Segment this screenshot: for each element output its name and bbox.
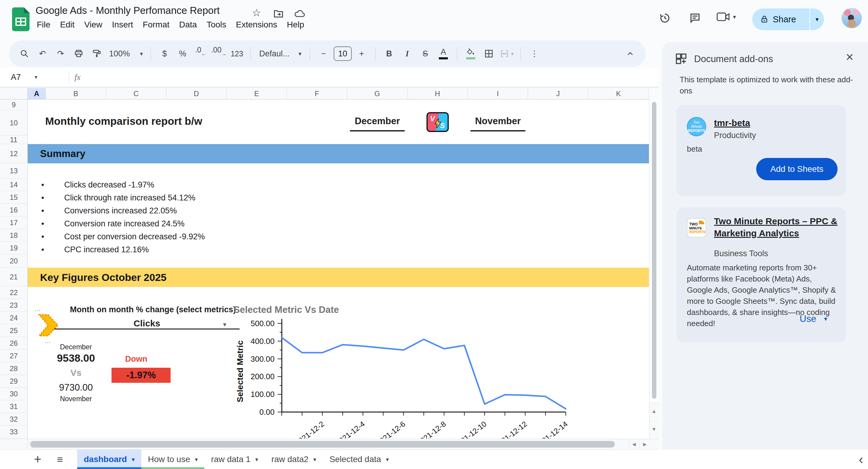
sheets-logo-icon[interactable] xyxy=(12,7,30,31)
chevron-down-icon[interactable]: ▾ xyxy=(223,321,226,329)
more-options-icon[interactable]: ⋮ xyxy=(526,45,542,62)
chevron-down-icon[interactable]: ▾ xyxy=(132,456,135,463)
decrease-decimals-button[interactable]: .0← xyxy=(193,45,209,62)
share-button[interactable]: Share ▾ xyxy=(752,8,824,30)
redo-button[interactable]: ↷ xyxy=(53,45,69,62)
chevron-down-icon[interactable]: ▾ xyxy=(313,456,316,463)
menu-view[interactable]: View xyxy=(79,18,107,31)
addon-name-link[interactable]: tmr-beta xyxy=(714,117,756,129)
menu-data[interactable]: Data xyxy=(174,18,202,31)
video-call-icon[interactable]: ▾ xyxy=(717,12,736,22)
column-header-a[interactable]: A xyxy=(28,88,46,99)
format-currency-button[interactable]: $ xyxy=(156,45,173,62)
row-header-19[interactable]: 19 xyxy=(0,242,27,254)
folder-move-icon[interactable] xyxy=(273,8,284,19)
column-header-b[interactable]: B xyxy=(46,88,106,99)
star-icon[interactable]: ☆ xyxy=(252,7,261,19)
menu-format[interactable]: Format xyxy=(138,18,175,31)
column-header-f[interactable]: F xyxy=(287,88,347,99)
row-header-30[interactable]: 30 xyxy=(0,387,27,400)
tab-raw-data2[interactable]: raw data2▾ xyxy=(265,450,323,469)
italic-button[interactable]: I xyxy=(399,45,415,62)
zoom-select[interactable]: 100%▾ xyxy=(107,45,145,62)
row-header-11[interactable]: 11 xyxy=(0,136,27,144)
menu-tools[interactable]: Tools xyxy=(202,18,231,31)
chevron-left-icon[interactable]: ‹ xyxy=(859,453,863,465)
text-color-button[interactable]: A xyxy=(435,45,452,62)
use-button[interactable]: Use ▾ xyxy=(800,313,827,324)
line-chart[interactable]: 0.00100.00200.00300.00400.00500.00 2021-… xyxy=(232,302,636,439)
row-header-9[interactable]: 9 xyxy=(0,99,27,110)
row-header-13[interactable]: 13 xyxy=(0,163,27,179)
select-all-corner[interactable] xyxy=(0,88,28,99)
scroll-up-button[interactable]: ▲ xyxy=(650,402,658,420)
column-header-j[interactable]: J xyxy=(528,88,588,99)
print-button[interactable] xyxy=(70,45,87,62)
scroll-left-button[interactable]: ◀ xyxy=(629,439,639,449)
merge-cells-button[interactable]: ▾ xyxy=(499,45,515,62)
column-header-g[interactable]: G xyxy=(347,88,407,99)
row-header-24[interactable]: 24 xyxy=(0,312,27,324)
format-percent-button[interactable]: % xyxy=(175,45,191,62)
more-formats-button[interactable]: 123 xyxy=(229,45,245,62)
hide-menus-button[interactable] xyxy=(622,45,638,62)
font-size-input[interactable]: 10 xyxy=(334,46,352,61)
row-header-14[interactable]: 14 xyxy=(0,179,27,191)
row-header-27[interactable]: 27 xyxy=(0,350,27,362)
spreadsheet-canvas[interactable]: Monthly comparison report b/w December V… xyxy=(28,99,649,439)
search-icon[interactable] xyxy=(16,45,33,62)
row-header-12[interactable]: 12 xyxy=(0,144,27,163)
increase-decimals-button[interactable]: .00→ xyxy=(211,45,227,62)
chevron-down-icon[interactable]: ▾ xyxy=(195,456,198,463)
tab-raw-data-1[interactable]: raw data 1▾ xyxy=(204,450,265,469)
chevron-down-icon[interactable]: ▾ xyxy=(255,456,258,463)
menu-edit[interactable]: Edit xyxy=(55,18,79,31)
menu-file[interactable]: File xyxy=(32,18,55,31)
cloud-saved-icon[interactable] xyxy=(294,9,306,18)
row-header-28[interactable]: 28 xyxy=(0,362,27,375)
chevron-down-icon[interactable]: ▾ xyxy=(386,456,389,463)
paint-format-button[interactable] xyxy=(89,45,105,62)
increase-font-size-button[interactable]: + xyxy=(353,45,370,62)
close-icon[interactable]: × xyxy=(846,50,854,64)
row-header-17[interactable]: 17 xyxy=(0,216,27,229)
column-header-d[interactable]: D xyxy=(166,88,227,99)
all-sheets-menu-icon[interactable]: ≡ xyxy=(53,454,67,465)
borders-button[interactable] xyxy=(481,45,497,62)
font-select[interactable]: Defaul...▾ xyxy=(256,45,304,62)
row-header-33[interactable]: 33 xyxy=(0,426,27,438)
fill-color-button[interactable] xyxy=(463,45,479,62)
comments-icon[interactable] xyxy=(689,12,701,24)
row-header-18[interactable]: 18 xyxy=(0,229,27,242)
tab-selected-data[interactable]: Selected data▾ xyxy=(323,450,396,469)
row-header-23[interactable]: 23 xyxy=(0,299,27,312)
column-header-i[interactable]: I xyxy=(468,88,528,99)
row-header-20[interactable]: 20 xyxy=(0,254,27,268)
column-header-e[interactable]: E xyxy=(227,88,287,99)
add-sheet-button[interactable]: + xyxy=(30,450,45,468)
row-header-32[interactable]: 32 xyxy=(0,413,27,426)
tab-dashboard[interactable]: dashboard▾ xyxy=(77,450,141,469)
menu-extensions[interactable]: Extensions xyxy=(231,18,282,31)
share-dropdown-icon[interactable]: ▾ xyxy=(810,16,824,23)
column-header-c[interactable]: C xyxy=(106,88,166,99)
decrease-font-size-button[interactable]: − xyxy=(315,45,332,62)
add-to-sheets-button[interactable]: Add to Sheets xyxy=(756,158,838,180)
row-header-25[interactable]: 25 xyxy=(0,324,27,337)
bold-button[interactable]: B xyxy=(381,45,397,62)
tab-how-to-use[interactable]: How to use▾ xyxy=(141,450,205,469)
row-header-10[interactable]: 10 xyxy=(0,110,27,136)
user-avatar[interactable] xyxy=(841,8,862,28)
vertical-scrollbar-thumb[interactable] xyxy=(652,102,656,399)
row-header-29[interactable]: 29 xyxy=(0,375,27,387)
row-header-16[interactable]: 16 xyxy=(0,204,27,216)
scroll-right-button[interactable]: ▶ xyxy=(640,439,650,449)
column-header-k[interactable]: K xyxy=(588,88,649,99)
row-header-31[interactable]: 31 xyxy=(0,400,27,413)
document-title[interactable]: Google Ads - Monthly Perfomance Report xyxy=(36,5,220,16)
horizontal-scrollbar[interactable] xyxy=(0,439,658,450)
menu-insert[interactable]: Insert xyxy=(107,18,138,31)
horizontal-scrollbar-thumb[interactable] xyxy=(30,441,615,447)
version-history-icon[interactable] xyxy=(659,12,671,24)
strikethrough-button[interactable]: S xyxy=(417,45,433,62)
